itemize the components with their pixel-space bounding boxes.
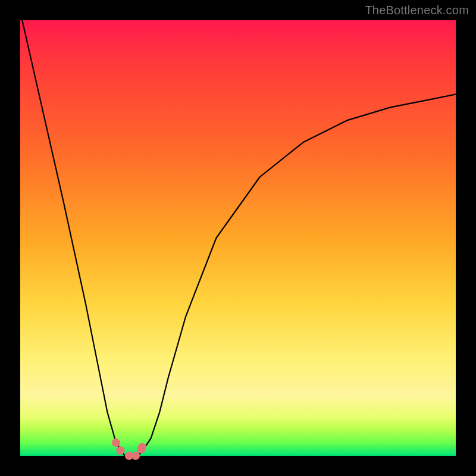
curve-marker [112, 439, 120, 447]
chart-frame: TheBottleneck.com [0, 0, 476, 476]
curve-marker [116, 446, 124, 455]
curve-svg [20, 20, 456, 456]
marker-group [112, 439, 146, 460]
plot-area [20, 20, 456, 456]
bottleneck-curve [20, 11, 456, 456]
curve-marker [138, 443, 146, 451]
watermark-text: TheBottleneck.com [365, 4, 469, 17]
curve-marker [131, 452, 140, 460]
